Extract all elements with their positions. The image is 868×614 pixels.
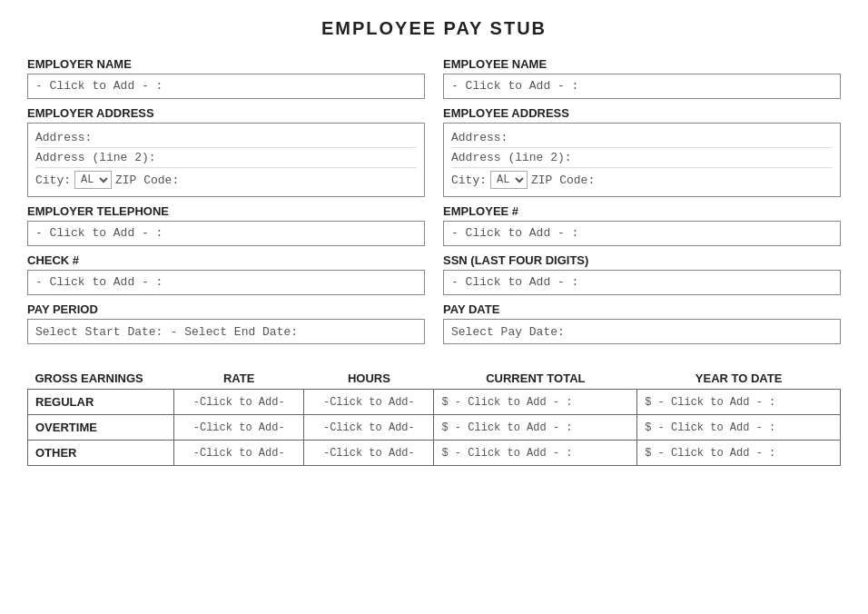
employee-name-input[interactable]: - Click to Add - : — [443, 74, 841, 99]
page-title: EMPLOYEE PAY STUB — [27, 18, 841, 39]
pay-period-end-label: Select End Date: — [184, 325, 298, 339]
left-column: EMPLOYER NAME - Click to Add - : EMPLOYE… — [27, 57, 425, 352]
employer-telephone-label: EMPLOYER TELEPHONE — [27, 204, 425, 218]
pay-period-start-label: Select Start Date: — [35, 325, 163, 339]
pay-period-box[interactable]: Select Start Date: - Select End Date: — [27, 319, 425, 344]
earnings-section: GROSS EARNINGS RATE HOURS CURRENT TOTAL … — [27, 368, 841, 466]
ssn-input[interactable]: - Click to Add - : — [443, 270, 841, 295]
earnings-row-hours[interactable]: -Click to Add- — [304, 441, 434, 466]
earnings-row-ytd[interactable]: $ - Click to Add - : — [637, 441, 841, 466]
right-column: EMPLOYEE NAME - Click to Add - : EMPLOYE… — [443, 57, 841, 352]
employee-state-select[interactable]: AL AK AZ CA TX — [490, 171, 528, 189]
earnings-row-current[interactable]: $ - Click to Add - : — [434, 415, 637, 441]
employee-name-group: EMPLOYEE NAME - Click to Add - : — [443, 57, 841, 99]
pay-period-label: PAY PERIOD — [27, 302, 425, 316]
employee-address-line2[interactable]: Address (line 2): — [451, 148, 833, 168]
employer-name-group: EMPLOYER NAME - Click to Add - : — [27, 57, 425, 99]
employee-num-group: EMPLOYEE # - Click to Add - : — [443, 204, 841, 246]
earnings-row-current[interactable]: $ - Click to Add - : — [434, 441, 637, 466]
employer-address-line1[interactable]: Address: — [35, 128, 417, 148]
header-gross: GROSS EARNINGS — [28, 368, 174, 390]
earnings-row-current[interactable]: $ - Click to Add - : — [434, 390, 637, 415]
employer-name-label: EMPLOYER NAME — [27, 57, 425, 71]
earnings-table: GROSS EARNINGS RATE HOURS CURRENT TOTAL … — [27, 368, 841, 466]
employer-address-city-row: City: AL AK AZ CA TX ZIP Code: — [35, 168, 417, 192]
employee-address-city-row: City: AL AK AZ CA TX ZIP Code: — [451, 168, 833, 192]
earnings-row-hours[interactable]: -Click to Add- — [304, 415, 434, 441]
check-num-input[interactable]: - Click to Add - : — [27, 270, 425, 295]
earnings-row: OVERTIME-Click to Add--Click to Add-$ - … — [28, 415, 841, 441]
employee-address-label: EMPLOYEE ADDRESS — [443, 106, 841, 120]
employee-num-label: EMPLOYEE # — [443, 204, 841, 218]
employee-name-label: EMPLOYEE NAME — [443, 57, 841, 71]
pay-date-box[interactable]: Select Pay Date: — [443, 319, 841, 344]
employee-address-line1[interactable]: Address: — [451, 128, 833, 148]
pay-period-separator: - — [170, 325, 177, 339]
employee-city-label: City: — [451, 173, 487, 187]
employer-address-line2[interactable]: Address (line 2): — [35, 148, 417, 168]
employee-zip-label: ZIP Code: — [531, 173, 595, 187]
earnings-row-hours[interactable]: -Click to Add- — [304, 390, 434, 415]
pay-period-group: PAY PERIOD Select Start Date: - Select E… — [27, 302, 425, 344]
employer-city-label: City: — [35, 173, 71, 187]
earnings-row-label: OVERTIME — [28, 415, 174, 441]
pay-date-group: PAY DATE Select Pay Date: — [443, 302, 841, 344]
ssn-group: SSN (LAST FOUR DIGITS) - Click to Add - … — [443, 253, 841, 295]
earnings-row-rate[interactable]: -Click to Add- — [174, 415, 304, 441]
header-current: CURRENT TOTAL — [434, 368, 637, 390]
earnings-row: REGULAR-Click to Add--Click to Add-$ - C… — [28, 390, 841, 415]
employer-telephone-input[interactable]: - Click to Add - : — [27, 221, 425, 246]
earnings-row-rate[interactable]: -Click to Add- — [174, 441, 304, 466]
employer-address-label: EMPLOYER ADDRESS — [27, 106, 425, 120]
employer-name-input[interactable]: - Click to Add - : — [27, 74, 425, 99]
header-hours: HOURS — [304, 368, 434, 390]
ssn-label: SSN (LAST FOUR DIGITS) — [443, 253, 841, 267]
employer-address-group: EMPLOYER ADDRESS Address: Address (line … — [27, 106, 425, 197]
check-num-group: CHECK # - Click to Add - : — [27, 253, 425, 295]
earnings-row-ytd[interactable]: $ - Click to Add - : — [637, 415, 841, 441]
header-rate: RATE — [174, 368, 304, 390]
check-num-label: CHECK # — [27, 253, 425, 267]
earnings-row: OTHER-Click to Add--Click to Add-$ - Cli… — [28, 441, 841, 466]
employee-num-input[interactable]: - Click to Add - : — [443, 221, 841, 246]
employer-telephone-group: EMPLOYER TELEPHONE - Click to Add - : — [27, 204, 425, 246]
employee-address-group: EMPLOYEE ADDRESS Address: Address (line … — [443, 106, 841, 197]
earnings-row-label: OTHER — [28, 441, 174, 466]
employer-address-box[interactable]: Address: Address (line 2): City: AL AK A… — [27, 123, 425, 197]
earnings-header-row: GROSS EARNINGS RATE HOURS CURRENT TOTAL … — [28, 368, 841, 390]
header-ytd: YEAR TO DATE — [637, 368, 841, 390]
employer-zip-label: ZIP Code: — [115, 173, 179, 187]
earnings-row-rate[interactable]: -Click to Add- — [174, 390, 304, 415]
earnings-row-ytd[interactable]: $ - Click to Add - : — [637, 390, 841, 415]
pay-date-label: PAY DATE — [443, 302, 841, 316]
employer-state-select[interactable]: AL AK AZ CA TX — [74, 171, 112, 189]
pay-date-placeholder: Select Pay Date: — [451, 325, 565, 339]
employee-address-box[interactable]: Address: Address (line 2): City: AL AK A… — [443, 123, 841, 197]
earnings-row-label: REGULAR — [28, 390, 174, 415]
